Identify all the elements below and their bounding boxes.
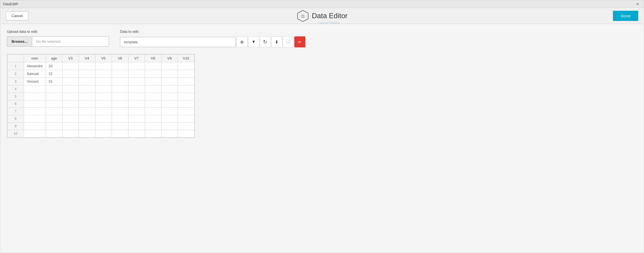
- cell-v3[interactable]: [62, 78, 79, 85]
- cell-age[interactable]: 31: [46, 78, 62, 85]
- cell-v10[interactable]: [178, 93, 194, 100]
- cell-v5[interactable]: [95, 130, 112, 138]
- cell-v9[interactable]: [161, 70, 178, 78]
- cell-v9[interactable]: [161, 130, 178, 138]
- cell-v4[interactable]: [79, 108, 95, 115]
- cell-v10[interactable]: [178, 130, 194, 138]
- cell-v9[interactable]: [161, 108, 178, 115]
- cell-v7[interactable]: [128, 85, 145, 93]
- cell-v7[interactable]: [128, 100, 145, 108]
- cell-v8[interactable]: [145, 70, 161, 78]
- filter-button[interactable]: ▼: [248, 36, 259, 47]
- cell-v3[interactable]: [62, 115, 79, 123]
- cell-age[interactable]: [46, 85, 62, 93]
- cell-v3[interactable]: [62, 70, 79, 78]
- cell-v8[interactable]: [145, 85, 161, 93]
- cell-v5[interactable]: [95, 93, 112, 100]
- cell-v7[interactable]: [128, 123, 145, 130]
- cell-v3[interactable]: [62, 85, 79, 93]
- cell-v10[interactable]: [178, 108, 194, 115]
- download-button[interactable]: ⬇: [271, 36, 282, 47]
- cell-v5[interactable]: [95, 78, 112, 85]
- cell-v6[interactable]: [112, 93, 128, 100]
- cell-v10[interactable]: [178, 123, 194, 130]
- new-file-button[interactable]: 📄: [283, 36, 294, 47]
- cell-nom[interactable]: [24, 100, 46, 108]
- cell-v6[interactable]: [112, 115, 128, 123]
- cell-v7[interactable]: [128, 70, 145, 78]
- cell-v7[interactable]: [128, 130, 145, 138]
- cell-v4[interactable]: [79, 85, 95, 93]
- cell-v6[interactable]: [112, 85, 128, 93]
- cell-v9[interactable]: [161, 85, 178, 93]
- cell-v6[interactable]: [112, 130, 128, 138]
- cell-v8[interactable]: [145, 108, 161, 115]
- cell-v9[interactable]: [161, 62, 178, 70]
- cell-v3[interactable]: [62, 108, 79, 115]
- cell-v9[interactable]: [161, 123, 178, 130]
- cell-v7[interactable]: [128, 115, 145, 123]
- cell-v10[interactable]: [178, 70, 194, 78]
- cell-nom[interactable]: [24, 85, 46, 93]
- cell-v4[interactable]: [79, 62, 95, 70]
- cell-v3[interactable]: [62, 130, 79, 138]
- cell-v5[interactable]: [95, 70, 112, 78]
- cell-v4[interactable]: [79, 78, 95, 85]
- cell-nom[interactable]: Vincent: [24, 78, 46, 85]
- cell-age[interactable]: [46, 100, 62, 108]
- cell-v4[interactable]: [79, 130, 95, 138]
- cell-v6[interactable]: [112, 70, 128, 78]
- cell-age[interactable]: [46, 123, 62, 130]
- cell-v6[interactable]: [112, 108, 128, 115]
- cell-nom[interactable]: [24, 123, 46, 130]
- cell-v10[interactable]: [178, 85, 194, 93]
- cell-v10[interactable]: [178, 100, 194, 108]
- cell-v4[interactable]: [79, 70, 95, 78]
- cell-v10[interactable]: [178, 115, 194, 123]
- cell-v7[interactable]: [128, 93, 145, 100]
- crosshair-button[interactable]: ⊕: [237, 36, 248, 47]
- cell-v8[interactable]: [145, 123, 161, 130]
- refresh-button[interactable]: ↻: [260, 36, 271, 47]
- cell-v9[interactable]: [161, 78, 178, 85]
- cell-v9[interactable]: [161, 93, 178, 100]
- cell-nom[interactable]: [24, 93, 46, 100]
- cell-v10[interactable]: [178, 62, 194, 70]
- cell-v6[interactable]: [112, 78, 128, 85]
- window-close-button[interactable]: ✕: [634, 1, 641, 7]
- cell-nom[interactable]: [24, 108, 46, 115]
- cell-v6[interactable]: [112, 100, 128, 108]
- cell-v5[interactable]: [95, 62, 112, 70]
- cell-v6[interactable]: [112, 123, 128, 130]
- cell-v8[interactable]: [145, 78, 161, 85]
- cell-age[interactable]: [46, 130, 62, 138]
- cell-v8[interactable]: [145, 93, 161, 100]
- cell-v8[interactable]: [145, 62, 161, 70]
- cell-v4[interactable]: [79, 100, 95, 108]
- browse-button[interactable]: Browse...: [7, 36, 32, 47]
- cell-v3[interactable]: [62, 62, 79, 70]
- cell-v4[interactable]: [79, 93, 95, 100]
- scissors-button[interactable]: ✂: [294, 36, 305, 47]
- cell-age[interactable]: 22: [46, 70, 62, 78]
- cell-v9[interactable]: [161, 100, 178, 108]
- data-name-input[interactable]: [120, 37, 235, 47]
- cell-v7[interactable]: [128, 108, 145, 115]
- done-button[interactable]: Done: [613, 11, 638, 21]
- cell-v7[interactable]: [128, 78, 145, 85]
- cell-age[interactable]: [46, 108, 62, 115]
- cell-nom[interactable]: [24, 130, 46, 138]
- cell-v8[interactable]: [145, 115, 161, 123]
- cell-nom[interactable]: Alexandre: [24, 62, 46, 70]
- cell-nom[interactable]: Samuel: [24, 70, 46, 78]
- cell-v4[interactable]: [79, 123, 95, 130]
- cell-v8[interactable]: [145, 130, 161, 138]
- cell-v5[interactable]: [95, 115, 112, 123]
- cell-v9[interactable]: [161, 115, 178, 123]
- cell-v5[interactable]: [95, 85, 112, 93]
- cell-v6[interactable]: [112, 62, 128, 70]
- cell-v3[interactable]: [62, 123, 79, 130]
- cell-v7[interactable]: [128, 62, 145, 70]
- cell-v3[interactable]: [62, 93, 79, 100]
- cell-v5[interactable]: [95, 123, 112, 130]
